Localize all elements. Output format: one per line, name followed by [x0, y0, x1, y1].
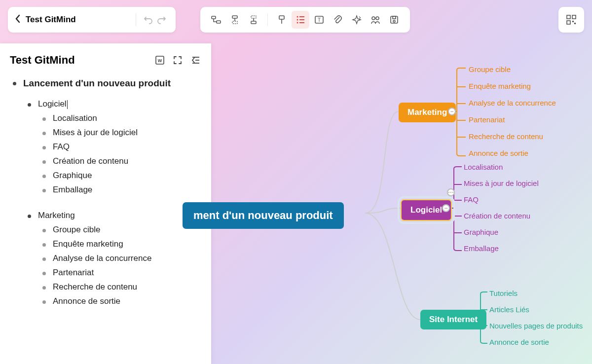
fullscreen-icon[interactable]	[170, 52, 185, 68]
subtopic-icon[interactable]	[207, 11, 225, 29]
leaf-node[interactable]: Groupe cible	[469, 65, 511, 73]
leaf-node[interactable]: Analyse de la concurrence	[469, 99, 556, 107]
bullet-icon	[42, 175, 46, 178]
svg-rect-5	[251, 21, 256, 24]
separator	[136, 13, 136, 26]
svg-rect-24	[574, 23, 576, 24]
tree-leaf[interactable]: Emballage	[42, 185, 203, 195]
collapse-toggle[interactable]: −	[448, 108, 456, 115]
branch-site[interactable]: Site Internet	[420, 310, 486, 329]
tree-leaf[interactable]: Annonce de sortie	[42, 296, 203, 306]
leaf-node[interactable]: Nouvelles pages de produits	[489, 322, 583, 330]
topic-after-icon[interactable]	[245, 11, 262, 29]
bullet-icon	[42, 272, 46, 275]
bullet-icon	[28, 103, 31, 107]
svg-text:W: W	[158, 58, 162, 63]
share-icon[interactable]	[367, 11, 384, 29]
svg-rect-6	[279, 16, 284, 19]
redo-button[interactable]	[155, 13, 169, 27]
tree-leaf[interactable]: Groupe cible	[42, 225, 203, 235]
bullet-icon	[42, 229, 46, 232]
leaf-node[interactable]: Articles Liés	[489, 305, 529, 314]
outline-tree: Lancement d'un nouveau produit LogicielL…	[10, 78, 203, 318]
leaf-node[interactable]: Création de contenu	[464, 212, 530, 220]
document-title[interactable]: Test GitMind	[26, 15, 131, 25]
svg-rect-4	[251, 16, 256, 18]
bullet-icon	[42, 146, 46, 149]
tree-leaf[interactable]: Partenariat	[42, 268, 203, 278]
bullet-icon	[13, 82, 16, 85]
tree-leaf[interactable]: Enquête marketing	[42, 239, 203, 249]
tree-branch[interactable]: Marketing	[28, 211, 203, 220]
svg-rect-3	[232, 21, 237, 24]
tree-leaf[interactable]: Recherche de contenu	[42, 282, 203, 292]
attachment-icon[interactable]	[329, 11, 347, 29]
svg-rect-20	[567, 15, 570, 19]
leaf-node[interactable]: Annonce de sortie	[469, 149, 528, 157]
leaf-node[interactable]: Annonce de sortie	[489, 338, 549, 346]
tree-leaf[interactable]: Analyse de la concurrence	[42, 254, 203, 263]
bullet-icon	[42, 286, 46, 290]
topic-before-icon[interactable]	[226, 11, 244, 29]
bullet-icon	[42, 300, 46, 304]
root-node[interactable]: ment d'un nouveau produit	[183, 202, 344, 229]
leaf-node[interactable]: Partenariat	[469, 115, 505, 124]
svg-rect-21	[572, 15, 576, 19]
collapse-toggle[interactable]: −	[442, 204, 450, 212]
svg-point-7	[297, 16, 298, 18]
tree-root[interactable]: Lancement d'un nouveau produit	[13, 78, 203, 95]
svg-rect-2	[232, 16, 237, 18]
tree-leaf[interactable]: Graphique	[42, 171, 203, 181]
svg-text:T: T	[318, 17, 321, 23]
leaf-node[interactable]: Enquête marketing	[469, 82, 531, 90]
back-button[interactable]	[15, 14, 21, 26]
collapse-toggle[interactable]: ⋯	[447, 188, 455, 196]
title-toolbar: Test GitMind	[8, 7, 176, 33]
bullet-icon	[42, 132, 46, 135]
undo-button[interactable]	[141, 13, 155, 27]
export-word-icon[interactable]: W	[152, 52, 168, 68]
leaf-node[interactable]: Localisation	[464, 163, 503, 171]
text-icon[interactable]: T	[310, 11, 328, 29]
qr-button[interactable]	[558, 7, 584, 33]
main-toolbar: T	[200, 7, 410, 33]
bullet-icon	[42, 257, 46, 261]
tree-leaf[interactable]: Création de contenu	[42, 156, 203, 166]
separator	[267, 13, 268, 26]
bullet-icon	[42, 160, 46, 164]
bullet-icon	[42, 189, 46, 192]
outline-icon[interactable]	[292, 11, 309, 29]
outline-title[interactable]: Test GitMind	[10, 54, 150, 67]
svg-rect-23	[572, 21, 574, 22]
save-icon[interactable]	[385, 11, 403, 29]
svg-point-9	[297, 22, 298, 24]
collapse-icon[interactable]	[187, 52, 203, 68]
bullet-icon	[42, 243, 46, 247]
tree-leaf[interactable]: FAQ	[42, 142, 203, 152]
svg-point-19	[393, 20, 395, 22]
leaf-node[interactable]: Emballage	[464, 244, 499, 253]
leaf-node[interactable]: Recherche de contenu	[469, 132, 543, 141]
svg-rect-1	[217, 21, 221, 23]
svg-rect-22	[567, 21, 570, 24]
qr-icon	[566, 14, 577, 25]
outline-panel: Test GitMind W Lancement d'un nouveau pr…	[0, 43, 211, 364]
leaf-node[interactable]: Mises à jour de logiciel	[464, 179, 539, 187]
leaf-node[interactable]: Graphique	[464, 228, 498, 236]
svg-rect-0	[212, 16, 216, 19]
bullet-icon	[28, 215, 31, 218]
tree-branch[interactable]: Logiciel	[28, 99, 203, 109]
branch-marketing[interactable]: Marketing	[399, 103, 456, 122]
format-icon[interactable]	[273, 11, 291, 29]
bullet-icon	[42, 117, 46, 121]
ai-icon[interactable]	[348, 11, 366, 29]
svg-point-8	[297, 19, 298, 21]
svg-point-15	[372, 17, 375, 20]
leaf-node[interactable]: Tutoriels	[489, 289, 518, 297]
svg-rect-18	[393, 16, 396, 19]
tree-leaf[interactable]: Mises à jour de logiciel	[42, 128, 203, 138]
tree-leaf[interactable]: Localisation	[42, 113, 203, 123]
svg-point-16	[376, 17, 379, 20]
leaf-node[interactable]: FAQ	[464, 195, 479, 204]
